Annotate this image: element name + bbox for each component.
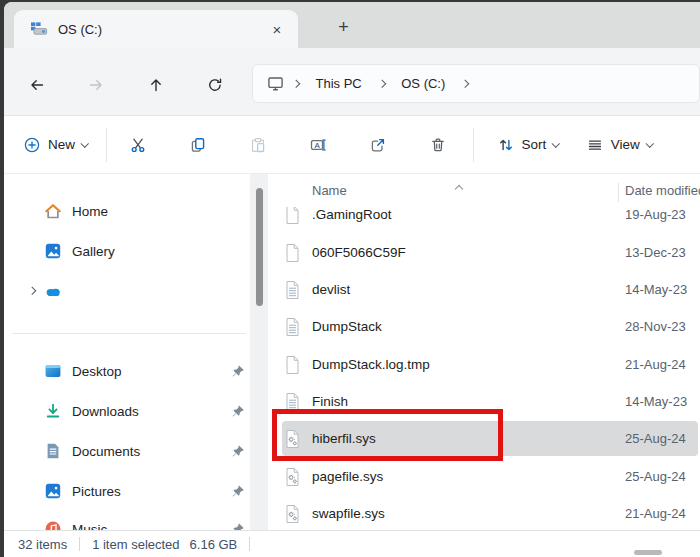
- downloads-icon: [44, 402, 62, 420]
- file-name: DumpStack.log.tmp: [312, 357, 430, 372]
- file-text-icon: [284, 280, 301, 300]
- file-name: swapfile.sys: [312, 506, 385, 521]
- new-button[interactable]: New: [24, 137, 88, 153]
- sidebar-item-home[interactable]: Home: [4, 194, 250, 228]
- sidebar-item-label: Music: [72, 522, 107, 531]
- file-list: Name Date modified .GamingRoot 19-Aug-23…: [268, 174, 700, 530]
- sidebar-scrollbar[interactable]: [250, 174, 268, 530]
- file-date: 19-Aug-23: [625, 207, 686, 222]
- tab-os-c[interactable]: OS (C:) ×: [14, 10, 298, 48]
- sidebar-item-desktop[interactable]: Desktop: [4, 354, 250, 388]
- column-header-row: Name Date modified: [268, 174, 700, 207]
- file-text-icon: [284, 392, 301, 412]
- file-date: 13-Dec-23: [625, 245, 686, 260]
- horizontal-scrollbar-thumb[interactable]: [634, 550, 662, 555]
- up-button[interactable]: [142, 71, 170, 99]
- sidebar-item-gallery[interactable]: Gallery: [4, 234, 250, 268]
- view-button-label: View: [611, 137, 640, 152]
- view-button[interactable]: View: [587, 137, 653, 153]
- file-date: 14-May-23: [625, 282, 687, 297]
- file-row[interactable]: Finish 14-May-23: [268, 383, 700, 420]
- forward-button[interactable]: [82, 71, 110, 99]
- new-tab-button[interactable]: +: [330, 14, 357, 41]
- home-icon: [44, 202, 62, 220]
- pin-icon[interactable]: [231, 444, 245, 458]
- breadcrumb-this-pc[interactable]: This PC: [308, 72, 370, 95]
- breadcrumb-chevron-icon: [461, 80, 469, 88]
- file-row[interactable]: DumpStack.log.tmp 21-Aug-24: [268, 346, 700, 383]
- sidebar-scrollbar-thumb[interactable]: [256, 188, 263, 306]
- tab-title: OS (C:): [58, 22, 266, 37]
- file-sys-icon: [284, 504, 301, 524]
- address-bar[interactable]: This PC OS (C:): [252, 64, 700, 103]
- sidebar-item-music[interactable]: Music: [4, 512, 250, 530]
- file-date: 21-Aug-24: [625, 506, 686, 521]
- chevron-right-icon[interactable]: [28, 287, 36, 295]
- column-divider[interactable]: [618, 183, 619, 202]
- file-row[interactable]: devlist 14-May-23: [268, 271, 700, 308]
- sidebar-item-label: Documents: [72, 444, 140, 459]
- sidebar-item-label: Pictures: [72, 484, 121, 499]
- breadcrumb-os-c[interactable]: OS (C:): [393, 72, 453, 95]
- pin-icon[interactable]: [231, 404, 245, 418]
- file-row[interactable]: .GamingRoot 19-Aug-23: [268, 207, 700, 233]
- command-toolbar: New A Sort: [4, 115, 700, 174]
- file-name: .GamingRoot: [312, 207, 392, 222]
- file-rows: .GamingRoot 19-Aug-23 060F5066C59F 13-De…: [268, 207, 700, 530]
- file-row-selected[interactable]: hiberfil.sys 25-Aug-24: [268, 420, 700, 457]
- status-separator: [79, 537, 80, 551]
- tab-close-icon[interactable]: ×: [266, 18, 288, 40]
- file-date: 14-May-23: [625, 394, 687, 409]
- paste-button[interactable]: [238, 125, 278, 165]
- pin-icon[interactable]: [231, 484, 245, 498]
- sort-arrows-icon: [498, 137, 514, 153]
- file-name: 060F5066C59F: [312, 245, 406, 260]
- file-blank-icon: [284, 355, 301, 375]
- desktop-icon: [44, 362, 62, 380]
- refresh-button[interactable]: [201, 71, 229, 99]
- sidebar-separator: [12, 333, 246, 334]
- share-button[interactable]: [358, 125, 398, 165]
- column-header-date-modified[interactable]: Date modified: [625, 183, 700, 198]
- sidebar-item-label: Gallery: [72, 244, 115, 259]
- sort-button[interactable]: Sort: [498, 137, 559, 153]
- file-row[interactable]: pagefile.sys 25-Aug-24: [268, 458, 700, 495]
- file-sys-icon: [284, 467, 301, 487]
- file-sys-icon: [284, 429, 301, 449]
- item-count: 32 items: [18, 537, 67, 552]
- chevron-down-icon: [81, 139, 89, 147]
- file-row[interactable]: 060F5066C59F 13-Dec-23: [268, 234, 700, 271]
- pin-icon[interactable]: [231, 364, 245, 378]
- file-name: devlist: [312, 282, 350, 297]
- cut-button[interactable]: [118, 125, 158, 165]
- new-button-label: New: [48, 137, 75, 152]
- file-row[interactable]: DumpStack 28-Nov-23: [268, 308, 700, 345]
- delete-button[interactable]: [418, 125, 458, 165]
- chevron-down-icon: [552, 139, 560, 147]
- file-date: 25-Aug-24: [625, 469, 686, 484]
- selection-size: 6.16 GB: [190, 537, 238, 552]
- plus-circle-icon: [24, 137, 40, 153]
- drive-tab-icon: [30, 21, 48, 37]
- breadcrumb-chevron-icon: [292, 80, 300, 88]
- back-button[interactable]: [23, 71, 51, 99]
- gallery-icon: [44, 242, 62, 260]
- this-pc-monitor-icon[interactable]: [267, 75, 284, 92]
- copy-button[interactable]: [178, 125, 218, 165]
- sidebar-item-onedrive[interactable]: [4, 274, 250, 308]
- file-name: DumpStack: [312, 319, 382, 334]
- file-row[interactable]: swapfile.sys 21-Aug-24: [268, 495, 700, 530]
- file-date: 21-Aug-24: [625, 357, 686, 372]
- pictures-icon: [44, 482, 62, 500]
- sidebar-item-pictures[interactable]: Pictures: [4, 474, 250, 508]
- file-explorer-window: OS (C:) × + This PC OS (C:): [4, 2, 700, 557]
- sidebar-item-downloads[interactable]: Downloads: [4, 394, 250, 428]
- svg-text:A: A: [314, 140, 320, 149]
- pin-icon[interactable]: [231, 522, 245, 530]
- navigation-bar: This PC OS (C:): [4, 48, 700, 115]
- rename-button[interactable]: A: [298, 125, 338, 165]
- sidebar-item-label: Home: [72, 204, 108, 219]
- file-text-icon: [284, 317, 301, 337]
- column-header-name[interactable]: Name: [312, 183, 347, 198]
- sidebar-item-documents[interactable]: Documents: [4, 434, 250, 468]
